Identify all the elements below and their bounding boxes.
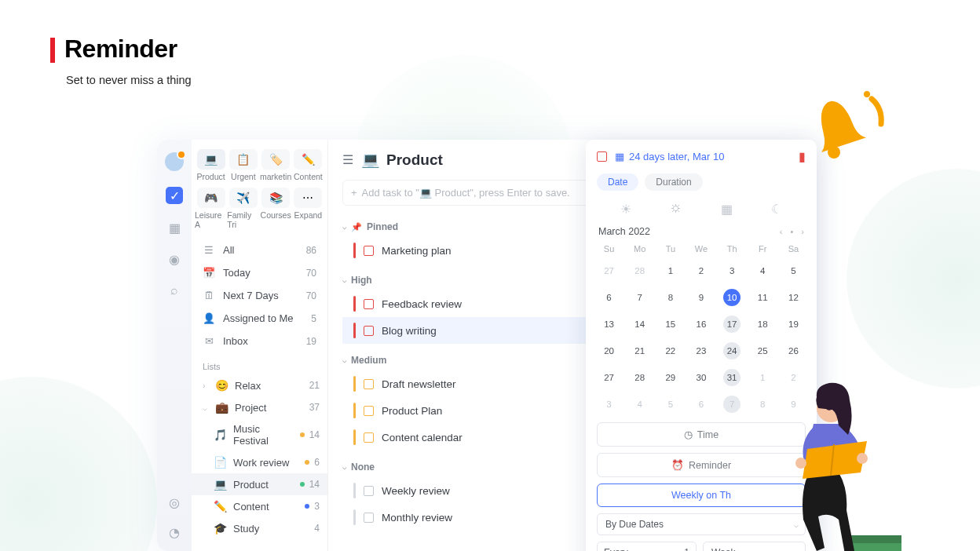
detail-due-text[interactable]: ▦ 24 days later, Mar 10: [615, 151, 724, 162]
category-urgent[interactable]: 📋Urgent: [227, 149, 259, 181]
user-avatar[interactable]: [165, 152, 184, 171]
task-checkbox[interactable]: [364, 432, 374, 443]
sublist-study[interactable]: 🎓Study4: [192, 517, 327, 539]
cal-day[interactable]: 24: [717, 339, 748, 363]
cal-day[interactable]: 31: [717, 366, 748, 389]
sidebar: 💻Product📋Urgent🏷️marketin✏️Content🎮Leisu…: [192, 140, 328, 551]
task-checkbox[interactable]: [364, 379, 374, 389]
cal-day[interactable]: 19: [778, 312, 809, 336]
rail-search-icon[interactable]: ⌕: [166, 283, 182, 298]
cal-day[interactable]: 30: [686, 366, 716, 389]
category-content[interactable]: ✏️Content: [292, 149, 324, 181]
category-product[interactable]: 💻Product: [195, 149, 227, 181]
sublist-music-festival[interactable]: 🎵Music Festival14: [192, 418, 327, 451]
svg-point-6: [795, 458, 806, 469]
cal-day[interactable]: 28: [624, 259, 655, 283]
hamburger-icon[interactable]: ☰: [342, 152, 353, 167]
cal-day[interactable]: 20: [594, 339, 624, 363]
sublist-work-review[interactable]: 📄Work review6: [192, 451, 327, 473]
cal-day[interactable]: 3: [594, 392, 624, 416]
cal-day[interactable]: 6: [594, 286, 624, 309]
tab-duration[interactable]: Duration: [645, 173, 702, 191]
cal-day[interactable]: 5: [778, 259, 809, 283]
category-family tri[interactable]: ✈️Family Tri: [227, 188, 259, 229]
hero-subtitle: Set to never miss a thing: [66, 74, 192, 86]
cal-day[interactable]: 9: [686, 286, 716, 309]
cal-day[interactable]: 1: [655, 259, 686, 283]
every-input[interactable]: Every1: [597, 542, 697, 551]
cal-day[interactable]: 27: [594, 366, 624, 389]
cal-day[interactable]: 13: [594, 312, 624, 336]
cal-prev-icon[interactable]: ‹: [780, 227, 783, 236]
list-relax[interactable]: ›😊Relax21: [192, 374, 327, 396]
sublist-content[interactable]: ✏️Content3: [192, 495, 327, 517]
smart-assigned-to-me[interactable]: 👤Assigned to Me5: [192, 307, 327, 330]
rail-target-icon[interactable]: ◎: [166, 494, 182, 510]
list-title: 💻Product: [361, 151, 443, 169]
tab-date[interactable]: Date: [597, 173, 638, 191]
task-checkbox[interactable]: [364, 326, 374, 336]
cal-day[interactable]: 7: [624, 286, 655, 309]
cal-day[interactable]: 14: [624, 312, 655, 336]
quick-week-icon[interactable]: ▦: [721, 202, 733, 217]
category-marketin[interactable]: 🏷️marketin: [260, 149, 292, 181]
cal-day[interactable]: 7: [717, 392, 748, 416]
cal-next-icon[interactable]: ›: [801, 227, 804, 236]
quick-tomorrow-icon[interactable]: ⛭: [670, 202, 682, 217]
smart-next-7-days[interactable]: 🗓Next 7 Days70: [192, 284, 327, 307]
cal-day[interactable]: 4: [748, 259, 778, 283]
reader-illustration: [760, 363, 941, 551]
list-project[interactable]: ⌵💼Project37: [192, 396, 327, 418]
cal-day[interactable]: 28: [624, 366, 655, 389]
category-leisure a[interactable]: 🎮Leisure A: [195, 188, 227, 229]
svg-point-7: [857, 453, 868, 464]
rail-tasks-icon[interactable]: ✓: [166, 187, 183, 204]
rail-notify-icon[interactable]: ◔: [166, 524, 182, 540]
cal-day[interactable]: 6: [686, 392, 716, 416]
rail-calendar-icon[interactable]: ▦: [166, 220, 182, 235]
smart-all[interactable]: ☰All86: [192, 239, 327, 261]
task-checkbox[interactable]: [364, 406, 374, 416]
category-courses[interactable]: 📚Courses: [260, 188, 292, 229]
cal-day[interactable]: 27: [594, 259, 624, 283]
cal-day[interactable]: 23: [686, 339, 716, 363]
cal-today-dot[interactable]: •: [790, 227, 793, 236]
alarm-icon: ⏰: [671, 459, 684, 471]
cal-day[interactable]: 10: [717, 286, 748, 309]
cal-day[interactable]: 18: [748, 312, 778, 336]
svg-point-1: [864, 91, 870, 97]
cal-day[interactable]: 16: [686, 312, 716, 336]
cal-day[interactable]: 29: [655, 366, 686, 389]
task-checkbox[interactable]: [364, 513, 374, 523]
cal-day[interactable]: 26: [778, 339, 809, 363]
nav-rail: ✓ ▦ ◉ ⌕ ◎ ◔: [157, 140, 192, 551]
svg-rect-3: [847, 535, 901, 543]
cal-day[interactable]: 4: [624, 392, 655, 416]
hero-accent: [50, 38, 55, 63]
rail-location-icon[interactable]: ◉: [166, 251, 182, 267]
quick-night-icon[interactable]: ☾: [771, 202, 782, 217]
cal-month: March: [598, 226, 626, 237]
category-expand[interactable]: ⋯Expand: [292, 188, 324, 229]
cal-day[interactable]: 17: [717, 312, 748, 336]
cal-day[interactable]: 3: [717, 259, 748, 283]
smart-inbox[interactable]: ✉Inbox 19: [192, 330, 327, 352]
cal-day[interactable]: 11: [748, 286, 778, 309]
cal-day[interactable]: 5: [655, 392, 686, 416]
task-checkbox[interactable]: [364, 246, 374, 256]
cal-day[interactable]: 8: [655, 286, 686, 309]
clock-icon: ◷: [684, 429, 693, 440]
cal-day[interactable]: 15: [655, 312, 686, 336]
cal-day[interactable]: 2: [686, 259, 716, 283]
cal-day[interactable]: 25: [748, 339, 778, 363]
cal-day[interactable]: 22: [655, 339, 686, 363]
cal-day[interactable]: 21: [624, 339, 655, 363]
sublist-product[interactable]: 💻Product14: [192, 473, 327, 495]
detail-checkbox[interactable]: [597, 151, 607, 162]
cal-day[interactable]: 12: [778, 286, 809, 309]
task-checkbox[interactable]: [364, 299, 374, 309]
calendar-icon: ▦: [615, 151, 624, 162]
quick-today-icon[interactable]: ☀: [620, 202, 631, 217]
task-checkbox[interactable]: [364, 486, 374, 496]
smart-today[interactable]: 📅Today70: [192, 261, 327, 284]
